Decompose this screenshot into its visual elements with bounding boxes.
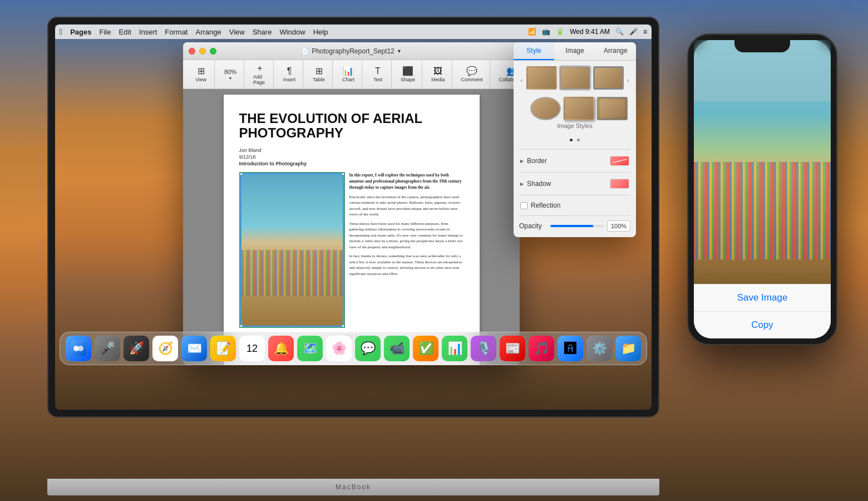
menu-bar-left:  Pages File Edit Insert Format Arrange … — [60, 27, 328, 36]
image-styles-grid-top — [526, 66, 624, 90]
text-button[interactable]: T Text — [367, 65, 389, 85]
menu-share[interactable]: Share — [253, 28, 272, 36]
menu-view[interactable]: View — [229, 28, 245, 36]
dock-news[interactable]: 📰 — [500, 336, 525, 361]
add-page-icon: + — [257, 64, 262, 73]
style-thumb-4[interactable] — [530, 97, 561, 120]
shadow-row: ▶ Shadow — [519, 177, 630, 190]
insert-button[interactable]: ¶ Insert — [278, 65, 300, 85]
comment-button[interactable]: 💬 Comment — [457, 65, 487, 85]
notification-icon[interactable]: ≡ — [643, 28, 647, 36]
style-thumb-2[interactable] — [560, 66, 590, 90]
dock-reminders[interactable]: 🔔 — [268, 336, 294, 361]
maximize-button[interactable] — [210, 48, 216, 55]
text-group: T Text — [364, 60, 392, 89]
dock-facetime[interactable]: 📹 — [384, 336, 410, 361]
opacity-value-input[interactable] — [607, 220, 630, 232]
next-styles-button[interactable]: › — [626, 76, 631, 85]
menu-edit[interactable]: Edit — [119, 28, 131, 36]
doc-title: THE EVOLUTION OF AERIAL PHOTOGRAPHY — [239, 111, 464, 141]
doc-page: THE EVOLUTION OF AERIAL PHOTOGRAPHY Jon … — [224, 95, 480, 365]
opacity-row: Opacity — [519, 220, 630, 232]
dock-podcasts[interactable]: 🎙️ — [471, 336, 496, 361]
close-button[interactable] — [189, 48, 195, 55]
tab-style[interactable]: Style — [514, 42, 554, 60]
table-button[interactable]: ⊞ Table — [308, 65, 330, 85]
copy-button[interactable]: Copy — [694, 312, 831, 338]
border-row: ▶ Border — [519, 154, 630, 168]
shadow-triangle-icon[interactable]: ▶ — [520, 181, 524, 186]
menu-app-name[interactable]: Pages — [70, 28, 91, 36]
battery-icon: 🔋 — [556, 28, 564, 36]
dock-things[interactable]: ✅ — [413, 336, 438, 361]
style-thumb-3[interactable] — [593, 66, 624, 90]
resize-handle-tl[interactable] — [239, 172, 243, 175]
doc-icon: 📄 — [301, 47, 309, 55]
dock-notes[interactable]: 📝 — [210, 336, 236, 361]
media-button[interactable]: 🖼 Media — [427, 65, 450, 85]
dock-maps[interactable]: 🗺️ — [297, 336, 323, 361]
search-icon[interactable]: 🔍 — [615, 28, 624, 36]
resize-handle-br[interactable] — [342, 325, 345, 328]
menu-format[interactable]: Format — [165, 28, 188, 36]
dock-numbers[interactable]: 📊 — [442, 336, 467, 361]
dock-messages[interactable]: 💬 — [355, 336, 381, 361]
shadow-color-swatch[interactable] — [610, 179, 629, 189]
dock-safari[interactable]: 🧭 — [152, 336, 178, 361]
siri-icon[interactable]: 🎤 — [629, 28, 638, 36]
apple-logo-icon[interactable]:  — [60, 27, 62, 36]
dock-sysprefs[interactable]: ⚙️ — [586, 336, 612, 361]
menu-insert[interactable]: Insert — [139, 28, 157, 36]
comment-group: 💬 Comment — [455, 60, 490, 89]
doc-page-scroll[interactable]: THE EVOLUTION OF AERIAL PHOTOGRAPHY Jon … — [183, 89, 520, 365]
iphone-image-area — [694, 40, 831, 284]
style-thumb-1[interactable] — [526, 66, 557, 90]
chart-button[interactable]: 📊 Chart — [337, 65, 359, 85]
menu-help[interactable]: Help — [313, 28, 328, 36]
view-icon: ⊞ — [198, 67, 205, 76]
resize-handle-tr[interactable] — [342, 172, 345, 175]
chevron-down-icon[interactable]: ▼ — [397, 48, 402, 54]
doc-aerial-photo[interactable] — [239, 172, 345, 328]
dock-siri[interactable]: 🎤 — [95, 336, 120, 361]
border-triangle-icon[interactable]: ▶ — [520, 159, 524, 164]
opacity-slider[interactable] — [550, 225, 604, 227]
border-color-swatch[interactable] — [610, 156, 629, 166]
dock-calendar[interactable]: 12 — [239, 336, 265, 361]
dock-launchpad-blue[interactable]: 📁 — [615, 336, 641, 361]
dock-launchpad[interactable]: 🚀 — [124, 336, 149, 361]
insert-label: Insert — [283, 77, 296, 82]
tab-image[interactable]: Image — [554, 42, 595, 60]
menu-file[interactable]: File — [99, 28, 111, 36]
reflection-checkbox[interactable] — [520, 202, 527, 209]
doc-subtitle: Introduction to Photography — [239, 161, 464, 166]
dock-photos[interactable]: 🌸 — [326, 336, 352, 361]
svg-point-2 — [78, 346, 83, 351]
dock-appstore[interactable]: 🅰 — [558, 336, 583, 361]
image-styles-grid-bottom — [519, 97, 630, 120]
menu-bar:  Pages File Edit Insert Format Arrange … — [55, 24, 652, 39]
doc-para2: These photos have been used for many dif… — [349, 221, 464, 250]
media-label: Media — [431, 77, 445, 82]
resize-handle-bl[interactable] — [239, 325, 243, 328]
shape-button[interactable]: ⬛ Shape — [396, 65, 420, 85]
dock-finder[interactable] — [66, 336, 91, 361]
style-thumb-5[interactable] — [564, 97, 594, 120]
style-thumb-6[interactable] — [597, 97, 628, 120]
pages-toolbar: ⊞ View 80% ▼ + Add Page — [183, 60, 520, 89]
menu-bar-right: 📶 📺 🔋 Wed 9:41 AM 🔍 🎤 ≡ — [528, 28, 647, 36]
prev-styles-button[interactable]: ‹ — [519, 76, 524, 85]
view-button[interactable]: ⊞ View — [190, 65, 212, 85]
reflection-row: Reflection — [519, 200, 630, 211]
save-image-button[interactable]: Save Image — [694, 284, 831, 312]
doc-intro-para: In this report, I will explore the techn… — [349, 172, 464, 191]
dock-mail[interactable]: ✉️ — [181, 336, 207, 361]
dock-music[interactable]: 🎵 — [529, 336, 554, 361]
menu-window[interactable]: Window — [279, 28, 305, 36]
tab-arrange[interactable]: Arrange — [595, 42, 636, 60]
add-page-button[interactable]: + Add Page — [249, 62, 271, 87]
menu-arrange[interactable]: Arrange — [195, 28, 221, 36]
zoom-button[interactable]: 80% ▼ — [219, 66, 241, 82]
minimize-button[interactable] — [199, 48, 206, 55]
media-group: 🖼 Media — [425, 60, 452, 89]
